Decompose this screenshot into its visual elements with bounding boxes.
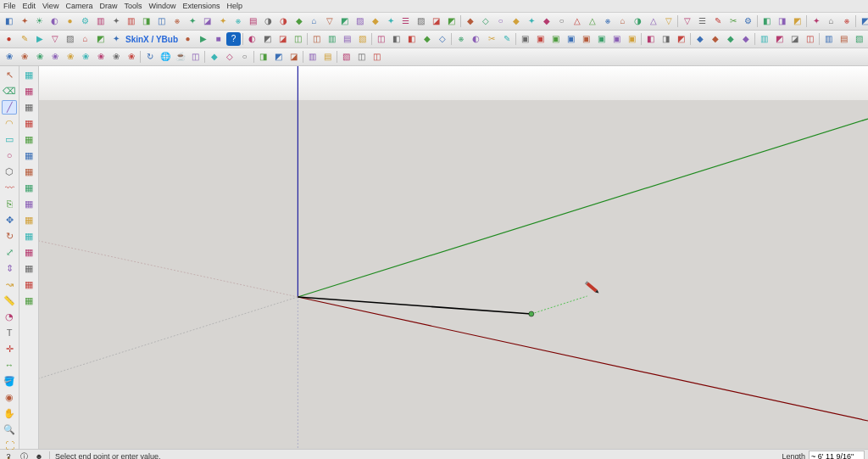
col3-icon[interactable]: ◫ (803, 32, 817, 46)
rainbow-icon[interactable]: ▥ (757, 32, 771, 46)
solidH-icon[interactable]: ▦ (21, 181, 36, 195)
menu-camera[interactable]: Camera (65, 2, 92, 10)
arr2-icon[interactable]: △ (646, 14, 660, 28)
scale-icon[interactable]: △ (570, 14, 584, 28)
slash-icon[interactable]: ◫ (374, 32, 388, 46)
circle-tool-icon[interactable]: ○ (2, 148, 17, 163)
docA-icon[interactable]: ▥ (821, 32, 836, 46)
matA-icon[interactable]: ✦ (809, 14, 823, 28)
solidI-icon[interactable]: ▦ (21, 197, 36, 211)
solidD-icon[interactable]: ▦ (21, 116, 36, 131)
offset-icon[interactable]: ✦ (524, 14, 538, 28)
joint-icon[interactable]: ▨ (63, 32, 77, 46)
solidB-icon[interactable]: ▦ (21, 84, 36, 98)
menu-help[interactable]: Help (226, 2, 242, 10)
group-icon[interactable]: ✦ (108, 14, 123, 28)
cubeH-icon[interactable]: ▣ (625, 32, 639, 46)
cubeA-icon[interactable]: ▣ (518, 32, 532, 46)
joint2-icon[interactable]: ⌂ (78, 32, 92, 46)
menu-tools[interactable]: Tools (124, 2, 142, 10)
pushpull-tool-icon[interactable]: ⇕ (2, 261, 17, 276)
status-person-icon[interactable]: ☻ (34, 451, 44, 459)
menu-edit[interactable]: Edit (23, 2, 36, 10)
tri-left-icon[interactable]: ⚙ (78, 14, 92, 28)
leafI-icon[interactable]: ❀ (124, 50, 138, 64)
eye-icon[interactable]: ◐ (47, 14, 62, 28)
arrB-icon[interactable]: ▤ (320, 50, 335, 64)
roof1-icon[interactable]: ◩ (260, 32, 275, 46)
grid2-icon[interactable]: ☰ (695, 14, 709, 28)
leafB-icon[interactable]: ❀ (17, 50, 31, 64)
rotate-icon[interactable]: △ (585, 14, 599, 28)
rotate-tool-icon[interactable]: ↻ (2, 229, 17, 243)
docC-icon[interactable]: ▧ (852, 32, 866, 46)
section-icon[interactable]: ◪ (200, 14, 214, 28)
walk-icon[interactable]: ◨ (139, 14, 153, 28)
palm-icon[interactable]: ▽ (47, 32, 62, 46)
paint-tool-icon[interactable]: 🪣 (2, 374, 17, 389)
solidM-icon[interactable]: ▦ (21, 261, 36, 276)
ring-icon[interactable]: ☰ (398, 14, 413, 28)
rev-icon[interactable]: ◪ (429, 14, 443, 28)
trimA-icon[interactable]: ◆ (420, 32, 434, 46)
sphere-icon[interactable]: ◩ (337, 14, 352, 28)
solidG-icon[interactable]: ▦ (21, 165, 36, 179)
col1-icon[interactable]: ◩ (772, 32, 787, 46)
menu-draw[interactable]: Draw (99, 2, 117, 10)
tri-right-icon[interactable]: ▥ (93, 14, 108, 28)
reload-icon[interactable]: ↻ (142, 50, 157, 64)
freehand-tool-icon[interactable]: 〰 (2, 181, 17, 195)
line-tool-icon[interactable]: ╱ (2, 100, 17, 115)
shell3-icon[interactable]: ◩ (674, 32, 688, 46)
poly-tool-icon[interactable]: ⬡ (2, 165, 17, 179)
followme-tool-icon[interactable]: ↝ (2, 277, 17, 292)
grid3-icon[interactable]: ✎ (710, 14, 725, 28)
box-icon[interactable]: ◑ (276, 14, 291, 28)
move-tool-icon[interactable]: ✥ (2, 213, 17, 227)
pin-icon[interactable]: ✦ (108, 32, 123, 46)
pan-tool-icon[interactable]: ✋ (2, 406, 17, 421)
square-icon[interactable]: ● (63, 14, 77, 28)
wave3-icon[interactable]: ▤ (340, 32, 354, 46)
meas-icon[interactable]: ◩ (93, 32, 108, 46)
solidC-icon[interactable]: ▦ (21, 100, 36, 115)
axes-tool-icon[interactable]: ✛ (2, 342, 17, 356)
skinx-icon[interactable]: ● (181, 32, 195, 46)
cyl-icon[interactable]: ⌂ (307, 14, 321, 28)
arr3-icon[interactable]: ▽ (661, 14, 676, 28)
play-icon[interactable]: ▶ (32, 32, 47, 46)
gemB-icon[interactable]: ◆ (708, 32, 722, 46)
tabB-icon[interactable]: ◩ (271, 50, 286, 64)
orbit2-icon[interactable]: ⎈ (453, 32, 468, 46)
sun-icon[interactable]: ◩ (858, 14, 868, 28)
leafH-icon[interactable]: ❀ (108, 50, 123, 64)
ghost-icon[interactable]: ◫ (370, 50, 384, 64)
solidE-icon[interactable]: ▦ (21, 132, 36, 147)
winB-icon[interactable]: ◇ (222, 50, 236, 64)
matB-icon[interactable]: ⌂ (824, 14, 838, 28)
tape-tool-icon[interactable]: 📏 (2, 294, 17, 308)
leafD-icon[interactable]: ❀ (47, 50, 62, 64)
solidA-icon[interactable]: ▦ (21, 68, 36, 82)
minus-icon[interactable]: ☀ (32, 14, 47, 28)
box2-icon[interactable]: ◆ (292, 14, 306, 28)
tabC-icon[interactable]: ◪ (287, 50, 301, 64)
look-icon[interactable]: ✦ (185, 14, 199, 28)
pan2-icon[interactable]: ✂ (484, 32, 498, 46)
solidK-icon[interactable]: ▦ (21, 229, 36, 243)
edge2-icon[interactable]: ◇ (478, 14, 492, 28)
status-info-icon[interactable]: ⓘ (19, 451, 29, 459)
cone-icon[interactable]: ▽ (322, 14, 337, 28)
pan-icon[interactable]: ⎈ (170, 14, 184, 28)
edge3-icon[interactable]: ○ (493, 14, 508, 28)
cubeE-icon[interactable]: ▣ (579, 32, 593, 46)
layer2-icon[interactable]: ◨ (775, 14, 789, 28)
blue-icon[interactable]: ? (226, 32, 241, 46)
arc-tool-icon[interactable]: ◠ (2, 116, 17, 131)
wedge-icon[interactable]: ◆ (368, 14, 382, 28)
solidO-icon[interactable]: ▦ (21, 294, 36, 308)
play2-icon[interactable]: ▶ (196, 32, 210, 46)
tabA-icon[interactable]: ◨ (256, 50, 270, 64)
leafF-icon[interactable]: ❀ (78, 50, 92, 64)
winC-icon[interactable]: ○ (237, 50, 252, 64)
